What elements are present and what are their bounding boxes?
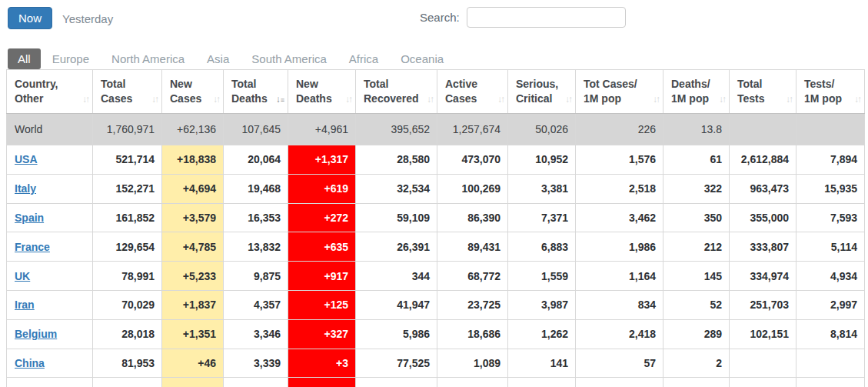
tab-asia[interactable]: Asia: [207, 52, 229, 65]
cell-cases-per-1m: 226: [576, 114, 663, 145]
cell-total-deaths: 20,064: [224, 145, 288, 175]
country-link[interactable]: USA: [15, 153, 38, 165]
country-link[interactable]: China: [15, 357, 45, 369]
cell-total-recovered: 41,947: [356, 290, 437, 319]
cell-total-tests: [730, 349, 796, 378]
cell-new-deaths: +635: [288, 232, 356, 262]
cell-total-cases: 78,991: [93, 262, 162, 291]
country-link[interactable]: Iran: [15, 299, 35, 311]
cell-serious-critical: 3,381: [508, 174, 576, 203]
sort-both-icon: ↓↑: [427, 94, 433, 105]
cell-total-recovered: [356, 378, 437, 387]
cell-total-cases: [93, 378, 162, 387]
cell-total-deaths: 13,832: [224, 232, 288, 262]
cell-new-cases: +46: [162, 349, 224, 378]
cell-deaths-per-1m: 350: [663, 203, 730, 232]
column-header-total-recovered[interactable]: TotalRecovered↓↑: [356, 70, 437, 114]
cell-total-deaths: 16,353: [224, 203, 288, 232]
cell-cases-per-1m: 1,164: [576, 262, 663, 291]
cell-country: Spain: [7, 203, 93, 232]
cell-deaths-per-1m: 61: [663, 145, 730, 175]
tab-africa[interactable]: Africa: [349, 52, 378, 65]
cell-total-recovered: 59,109: [356, 203, 437, 232]
column-header-active-cases[interactable]: ActiveCases↓↑: [437, 70, 508, 114]
cell-serious-critical: 6,883: [508, 232, 576, 262]
tab-all[interactable]: All: [8, 48, 41, 69]
column-header-total-deaths[interactable]: TotalDeaths↓≡: [224, 70, 288, 114]
cell-total-tests: 251,703: [730, 290, 796, 319]
cell-deaths-per-1m: 322: [663, 174, 730, 203]
column-header-total-tests[interactable]: TotalTests↓↑: [730, 70, 796, 114]
column-header-total-cases[interactable]: TotalCases↓↑: [93, 70, 162, 114]
cell-active-cases: 86,390: [437, 203, 508, 232]
cell-total-cases: 152,271: [93, 174, 162, 203]
cell-total-deaths: 9,875: [224, 262, 288, 291]
country-link[interactable]: Belgium: [15, 328, 57, 340]
cell-new-deaths: +125: [288, 290, 356, 319]
cell-serious-critical: 141: [508, 349, 576, 378]
cell-new-deaths: +327: [288, 319, 356, 349]
cell-tests-per-1m: [796, 378, 865, 387]
cell-deaths-per-1m: 289: [663, 319, 730, 349]
cell-total-deaths: 107,645: [224, 114, 288, 145]
cell-cases-per-1m: 1,986: [576, 232, 663, 262]
column-header-new-cases[interactable]: NewCases↓↑: [162, 70, 224, 114]
cell-active-cases: 100,269: [437, 174, 508, 203]
sort-both-icon: ↓↑: [345, 94, 351, 105]
cell-country: World: [7, 114, 93, 145]
cell-total-cases: 28,018: [93, 319, 162, 349]
cell-new-deaths: [288, 378, 356, 387]
cell-serious-critical: 50,026: [508, 114, 576, 145]
cell-total-tests: 334,974: [730, 262, 796, 291]
cell-serious-critical: 1,559: [508, 262, 576, 291]
column-header-country[interactable]: Country,Other↓↑: [7, 70, 93, 114]
column-header-serious-critical[interactable]: Serious,Critical↓↑: [508, 70, 576, 114]
country-link[interactable]: France: [15, 241, 50, 253]
cell-cases-per-1m: 3,462: [576, 203, 663, 232]
column-header-cases-per-1m[interactable]: Tot Cases/1M pop↓↑: [576, 70, 663, 114]
cell-tests-per-1m: 7,894: [796, 145, 865, 175]
tab-south-america[interactable]: South America: [251, 52, 327, 65]
cell-active-cases: 68,772: [437, 262, 508, 291]
cell-total-tests: 2,612,884: [730, 145, 796, 175]
cell-total-cases: 70,029: [93, 290, 162, 319]
tab-europe[interactable]: Europe: [52, 52, 89, 65]
table-body: World1,760,971+62,136107,645+4,961395,65…: [7, 114, 865, 387]
cell-total-tests: 102,151: [730, 319, 796, 349]
cell-total-tests: [730, 114, 796, 145]
table-row-spain: Spain161,852+3,57916,353+27259,10986,390…: [7, 203, 865, 232]
cell-cases-per-1m: 1,576: [576, 145, 663, 175]
cell-total-recovered: 77,525: [356, 349, 437, 378]
cell-total-tests: 333,807: [730, 232, 796, 262]
yesterday-button[interactable]: Yesterday: [62, 12, 113, 25]
cell-tests-per-1m: 7,593: [796, 203, 865, 232]
cell-deaths-per-1m: 145: [663, 262, 730, 291]
cell-new-cases: [162, 378, 224, 387]
country-link[interactable]: Spain: [15, 212, 44, 224]
column-header-deaths-per-1m[interactable]: Deaths/1M pop↓↑: [663, 70, 730, 114]
search-input[interactable]: [467, 7, 626, 28]
table-row-partial: [7, 378, 865, 387]
cell-country: Iran: [7, 290, 93, 319]
tab-oceania[interactable]: Oceania: [401, 52, 444, 65]
cell-serious-critical: [508, 378, 576, 387]
cell-active-cases: 23,725: [437, 290, 508, 319]
cell-cases-per-1m: [576, 378, 663, 387]
cell-deaths-per-1m: 52: [663, 290, 730, 319]
table-row-iran: Iran70,029+1,8374,357+12541,94723,7253,9…: [7, 290, 865, 319]
column-header-new-deaths[interactable]: NewDeaths↓↑: [288, 70, 356, 114]
sort-both-icon: ↓↑: [719, 94, 725, 105]
cell-new-deaths: +272: [288, 203, 356, 232]
cell-cases-per-1m: 2,518: [576, 174, 663, 203]
cell-total-deaths: 4,357: [224, 290, 288, 319]
tab-north-america[interactable]: North America: [111, 52, 185, 65]
country-link[interactable]: Italy: [15, 182, 36, 195]
cell-new-cases: +62,136: [162, 114, 224, 145]
column-header-tests-per-1m[interactable]: Tests/1M pop↓↑: [796, 70, 865, 114]
cell-total-recovered: 395,652: [356, 114, 437, 145]
sort-both-icon: ↓↑: [151, 94, 158, 105]
now-button[interactable]: Now: [8, 7, 52, 29]
cell-active-cases: [437, 378, 508, 387]
country-link[interactable]: UK: [15, 270, 30, 282]
cell-total-deaths: 3,346: [224, 319, 288, 349]
